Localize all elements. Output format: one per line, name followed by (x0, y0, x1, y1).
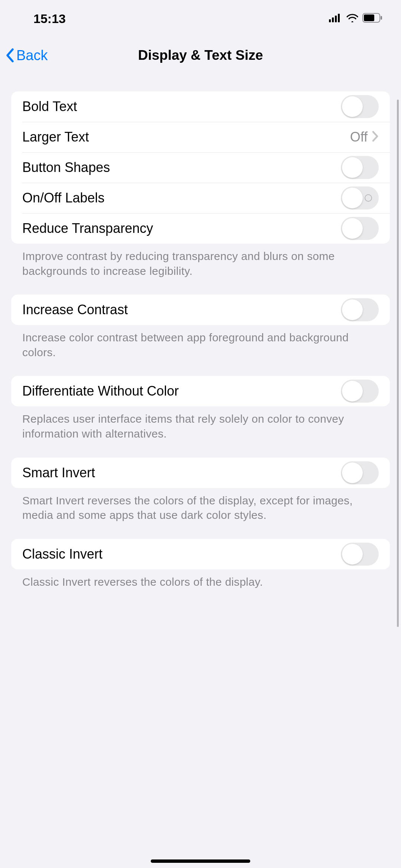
settings-group-2: Increase Contrast Increase color contras… (11, 295, 390, 360)
status-icons (329, 13, 383, 24)
svg-rect-3 (338, 14, 340, 22)
settings-group-3: Differentiate Without Color Replaces use… (11, 376, 390, 441)
larger-text-cell[interactable]: Larger Text Off (11, 122, 390, 152)
status-bar: 15:13 (0, 0, 401, 30)
cell-label: Bold Text (22, 99, 77, 114)
button-shapes-cell[interactable]: Button Shapes (11, 152, 390, 183)
status-time: 15:13 (33, 12, 66, 26)
settings-group-1: Bold Text Larger Text Off Button Shapes … (11, 91, 390, 278)
group-footer: Smart Invert reverses the colors of the … (22, 493, 379, 523)
cellular-icon (329, 13, 342, 24)
chevron-left-icon (5, 47, 16, 64)
svg-rect-1 (332, 17, 334, 22)
battery-icon (362, 13, 383, 24)
svg-rect-2 (335, 16, 337, 22)
differentiate-without-color-cell[interactable]: Differentiate Without Color (11, 376, 390, 406)
settings-group-4: Smart Invert Smart Invert reverses the c… (11, 458, 390, 523)
svg-rect-0 (329, 19, 331, 22)
content: Bold Text Larger Text Off Button Shapes … (0, 74, 401, 589)
smart-invert-cell[interactable]: Smart Invert (11, 458, 390, 488)
cell-label: Increase Contrast (22, 302, 128, 318)
cell-label: Button Shapes (22, 160, 110, 175)
group-footer: Replaces user interface items that rely … (22, 412, 379, 441)
smart-invert-switch[interactable] (341, 461, 379, 484)
chevron-right-icon (372, 131, 379, 143)
increase-contrast-switch[interactable] (341, 298, 379, 321)
wifi-icon (346, 13, 359, 24)
button-shapes-switch[interactable] (341, 156, 379, 179)
onoff-labels-cell[interactable]: On/Off Labels (11, 183, 390, 213)
differentiate-without-color-switch[interactable] (341, 380, 379, 403)
cell-label: Reduce Transparency (22, 221, 153, 236)
cell-label: Differentiate Without Color (22, 383, 179, 399)
group-footer: Improve contrast by reducing transparenc… (22, 249, 379, 278)
larger-text-value: Off (350, 129, 368, 145)
group-footer: Increase color contrast between app fore… (22, 330, 379, 360)
svg-rect-6 (381, 16, 382, 20)
navigation-bar: Back Display & Text Size (0, 30, 401, 74)
bold-text-switch[interactable] (341, 95, 379, 118)
classic-invert-switch[interactable] (341, 543, 379, 566)
back-button[interactable]: Back (5, 47, 48, 64)
cell-label: Classic Invert (22, 546, 102, 562)
back-label: Back (16, 48, 48, 64)
cell-label: Smart Invert (22, 465, 95, 481)
reduce-transparency-switch[interactable] (341, 217, 379, 240)
cell-label: Larger Text (22, 129, 89, 145)
settings-group-5: Classic Invert Classic Invert reverses t… (11, 539, 390, 589)
reduce-transparency-cell[interactable]: Reduce Transparency (11, 213, 390, 244)
home-indicator[interactable] (151, 859, 250, 863)
page-title: Display & Text Size (0, 48, 401, 63)
group-footer: Classic Invert reverses the colors of th… (22, 575, 379, 589)
classic-invert-cell[interactable]: Classic Invert (11, 539, 390, 569)
increase-contrast-cell[interactable]: Increase Contrast (11, 295, 390, 325)
svg-rect-5 (364, 14, 374, 21)
bold-text-cell[interactable]: Bold Text (11, 91, 390, 122)
cell-label: On/Off Labels (22, 190, 104, 206)
onoff-labels-switch[interactable] (341, 186, 379, 209)
scroll-indicator[interactable] (397, 100, 399, 627)
